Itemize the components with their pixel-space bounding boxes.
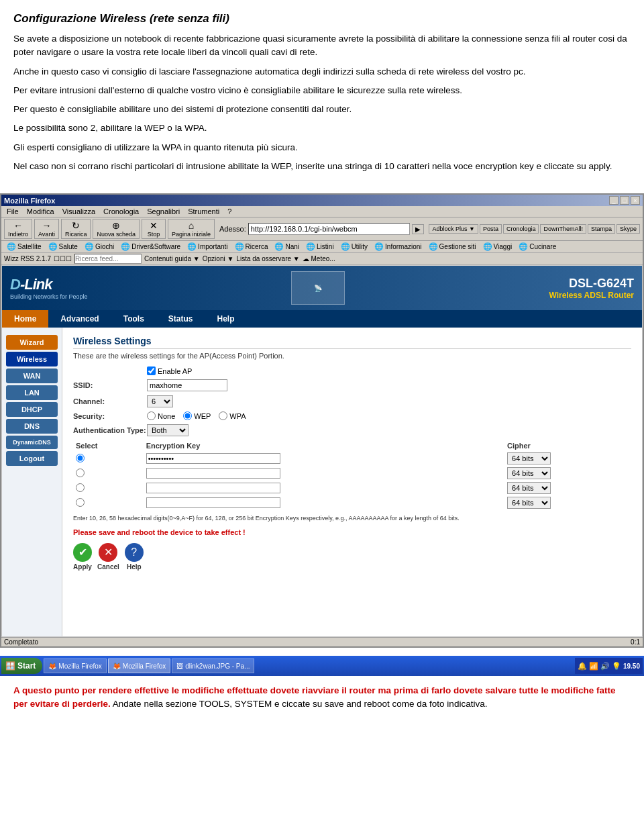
ssid-input[interactable] (147, 379, 227, 391)
bookmark-driver[interactable]: 🌐Driver&Software (118, 242, 183, 252)
security-none-option[interactable]: None (147, 411, 175, 420)
sidebar-dhcp[interactable]: DHCP (6, 402, 58, 417)
menu-cronologia[interactable]: Cronologia (99, 207, 143, 216)
sidebar-wan[interactable]: WAN (6, 369, 58, 383)
address-input[interactable] (248, 223, 411, 235)
security-wep-radio[interactable] (183, 411, 192, 420)
weather-label: ☁ Meteo... (303, 255, 335, 262)
enc-cipher-2[interactable]: 64 bits 128 bits 256 bits (507, 467, 551, 479)
bookmark-ricerca[interactable]: 🌐Ricerca (232, 242, 271, 252)
router-body: Wizard Wireless WAN LAN DHCP DNS Dynamic… (2, 328, 642, 636)
enc-select-3[interactable] (76, 483, 85, 492)
nav-home[interactable]: Home (2, 310, 48, 328)
app-label-2: Mozilla Firefox (123, 663, 166, 670)
rss-bar: Wizz RSS 2.1.7 ☐☐☐ Contenuti guida ▼ Opz… (1, 253, 643, 265)
minimize-button[interactable]: _ (609, 196, 619, 205)
ssid-label: SSID: (73, 381, 147, 389)
skype-button[interactable]: Skype (616, 224, 640, 234)
tray-icon-2: 📶 (589, 662, 598, 671)
go-button[interactable]: ▶ (412, 224, 424, 234)
stampa-button[interactable]: Stampa (588, 224, 615, 234)
maximize-button[interactable]: □ (620, 196, 629, 205)
bookmark-salute[interactable]: 🌐Salute (46, 242, 80, 252)
bookmark-utility[interactable]: 🌐Utility (338, 242, 370, 252)
enable-ap-label[interactable]: Enable AP (147, 366, 631, 375)
downthemall-button[interactable]: DownThemAll! (540, 224, 586, 234)
bookmark-viaggi[interactable]: 🌐Viaggi (480, 242, 515, 252)
security-none-radio[interactable] (147, 411, 156, 420)
new-tab-button[interactable]: ⊕ Nuova scheda (93, 219, 140, 239)
menu-modifica[interactable]: Modifica (23, 207, 58, 216)
tray-time: 19.50 (623, 663, 640, 670)
posta-button[interactable]: Posta (480, 224, 502, 234)
enc-cipher-1[interactable]: 64 bits 128 bits 256 bits (507, 452, 551, 464)
sidebar-wireless[interactable]: Wireless (6, 352, 58, 366)
watch-list-button[interactable]: Lista da osservare ▼ (236, 255, 299, 262)
bookmark-informazioni[interactable]: 🌐Informazioni (372, 242, 424, 252)
nav-tools[interactable]: Tools (111, 310, 156, 328)
security-wpa-option[interactable]: WPA (219, 411, 246, 420)
menu-visualizza[interactable]: Visualizza (58, 207, 99, 216)
nav-advanced[interactable]: Advanced (48, 310, 111, 328)
adblock-button[interactable]: Adblock Plus ▼ (429, 224, 478, 234)
help-button-wrap: ? Help (125, 543, 144, 571)
browser-toolbar: ← Indietro → Avanti ↻ Ricarica ⊕ Nuova s… (1, 217, 643, 241)
enc-select-2[interactable] (76, 469, 85, 477)
taskbar-app-1[interactable]: 🦊 Mozilla Firefox (44, 658, 106, 673)
forward-icon: → (42, 220, 51, 231)
menu-segnalibri[interactable]: Segnalibri (143, 207, 184, 216)
options-button[interactable]: Opzioni ▼ (203, 255, 234, 262)
enc-key-2[interactable] (146, 468, 280, 479)
menu-strumenti[interactable]: Strumenti (184, 207, 223, 216)
bookmark-giochi[interactable]: 🌐Giochi (82, 242, 117, 252)
sidebar-dns[interactable]: DNS (6, 419, 58, 434)
start-button[interactable]: 🪟 Start (1, 658, 42, 674)
enc-key-4[interactable] (146, 497, 280, 508)
enc-select-1[interactable] (76, 454, 85, 462)
sidebar-wizard[interactable]: Wizard (6, 335, 58, 350)
security-wep-option[interactable]: WEP (183, 411, 211, 420)
apply-button[interactable]: ✔ (73, 543, 92, 562)
sidebar-dynamicdns[interactable]: DynamicDNS (6, 436, 58, 449)
security-radio-group: None WEP WPA (147, 411, 631, 420)
enable-ap-checkbox[interactable] (147, 366, 156, 375)
bookmark-listini[interactable]: 🌐Listini (303, 242, 337, 252)
bookmark-importanti[interactable]: 🌐Importanti (184, 242, 230, 252)
taskbar-app-2[interactable]: 🦊 Mozilla Firefox (108, 658, 170, 673)
reload-button[interactable]: ↻ Ricarica (61, 219, 91, 239)
home-button[interactable]: ⌂ Pagina iniziale (168, 219, 215, 239)
bookmark-cucinare[interactable]: 🌐Cucinare (516, 242, 559, 252)
enc-key-3[interactable] (146, 483, 280, 493)
nav-help[interactable]: Help (205, 310, 247, 328)
stop-button[interactable]: ✕ Stop (142, 219, 166, 239)
enc-cipher-3[interactable]: 64 bits 128 bits 256 bits (507, 482, 551, 494)
bookmark-gestione[interactable]: 🌐Gestione siti (426, 242, 479, 252)
sidebar-lan[interactable]: LAN (6, 385, 58, 400)
rss-search-input[interactable] (74, 254, 142, 264)
encryption-table: Select Encryption Key Cipher 64 bits (73, 440, 631, 510)
rss-controls[interactable]: ☐☐☐ (54, 255, 72, 262)
enc-cipher-4[interactable]: 64 bits 128 bits 256 bits (507, 497, 551, 509)
back-button[interactable]: ← Indietro (4, 219, 32, 239)
help-button[interactable]: ? (125, 543, 144, 562)
auth-type-label: Authentication Type: (73, 426, 147, 434)
security-wpa-radio[interactable] (219, 411, 227, 420)
menu-file[interactable]: File (3, 207, 23, 216)
enc-select-4[interactable] (76, 498, 85, 507)
cronologia-button[interactable]: Cronologia (503, 224, 539, 234)
bookmark-nani[interactable]: 🌐Nani (272, 242, 302, 252)
nav-status[interactable]: Status (156, 310, 205, 328)
tray-icon-1: 🔔 (578, 662, 587, 671)
forward-button[interactable]: → Avanti (34, 219, 59, 239)
auth-type-select[interactable]: Both Open Shared (147, 424, 189, 436)
content-guide-button[interactable]: Contenuti guida ▼ (144, 255, 200, 262)
cancel-button-wrap: ✕ Cancel (97, 543, 119, 571)
enc-key-1[interactable] (146, 453, 280, 464)
sidebar-logout[interactable]: Logout (6, 451, 58, 466)
channel-select[interactable]: 6 1 2 3 4 5 7 11 (147, 395, 173, 407)
menu-help[interactable]: ? (223, 207, 235, 216)
cancel-button[interactable]: ✕ (99, 543, 117, 562)
taskbar-app-3[interactable]: 🖼 dlink2wan.JPG - Pa... (172, 658, 254, 673)
close-button[interactable]: × (631, 196, 640, 205)
bookmark-satellite[interactable]: 🌐Satellite (4, 242, 44, 252)
